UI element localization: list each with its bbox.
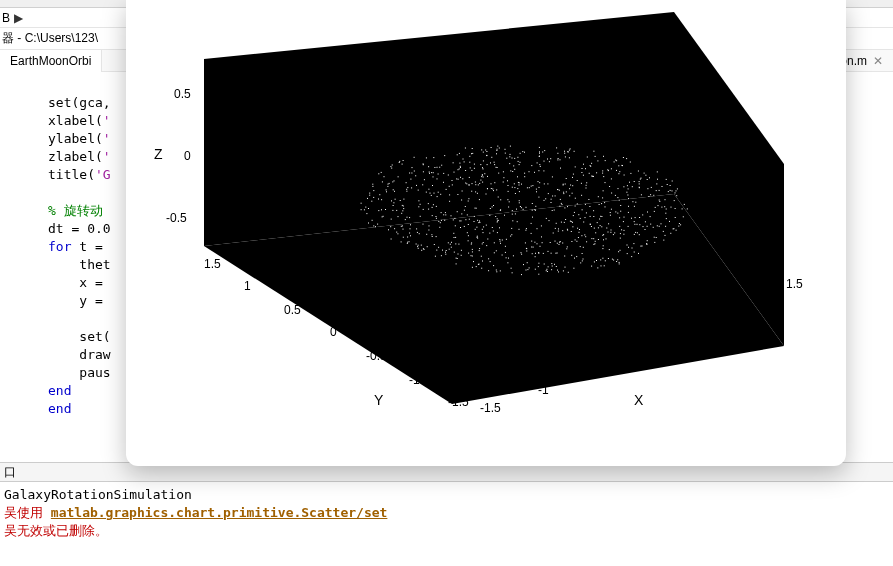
svg-rect-854 [383, 216, 384, 217]
svg-rect-868 [569, 157, 570, 158]
svg-rect-475 [428, 209, 429, 210]
svg-rect-435 [567, 230, 568, 231]
error-link[interactable]: matlab.graphics.chart.primitive.Scatter/… [51, 505, 388, 520]
svg-rect-318 [474, 164, 475, 165]
svg-rect-595 [494, 162, 495, 163]
command-window[interactable]: GalaxyRotationSimulation 吴使用 matlab.grap… [0, 482, 893, 556]
close-icon[interactable]: ✕ [873, 54, 883, 68]
svg-rect-355 [457, 258, 458, 259]
svg-rect-147 [557, 270, 558, 271]
svg-rect-414 [650, 194, 651, 195]
svg-rect-183 [477, 193, 478, 194]
tab-earthmoon[interactable]: EarthMoonOrbi [0, 50, 102, 72]
svg-rect-631 [494, 242, 495, 243]
svg-rect-215 [464, 210, 465, 211]
svg-rect-216 [539, 182, 540, 183]
svg-rect-763 [519, 164, 520, 165]
svg-rect-902 [670, 185, 671, 186]
axes3d[interactable]: 0.5 0 -0.5 Z 1.5 1 0.5 0 -0.5 -1 -1.5 Y … [144, 4, 834, 444]
svg-rect-427 [621, 229, 622, 230]
svg-rect-202 [574, 151, 575, 152]
svg-rect-240 [369, 195, 370, 196]
breadcrumb-item[interactable]: B [2, 11, 10, 25]
svg-rect-722 [519, 185, 520, 186]
svg-rect-312 [410, 228, 411, 229]
svg-rect-873 [508, 258, 509, 259]
svg-rect-744 [441, 220, 442, 221]
svg-rect-351 [618, 173, 619, 174]
svg-rect-409 [608, 232, 609, 233]
svg-rect-746 [474, 221, 475, 222]
svg-rect-826 [687, 208, 688, 209]
svg-rect-31 [628, 212, 629, 213]
svg-rect-709 [464, 226, 465, 227]
svg-rect-472 [570, 148, 571, 149]
svg-rect-715 [529, 267, 530, 268]
svg-rect-521 [644, 173, 645, 174]
svg-rect-220 [494, 164, 495, 165]
svg-rect-257 [533, 247, 534, 248]
svg-rect-451 [465, 183, 466, 184]
svg-rect-862 [454, 252, 455, 253]
svg-rect-190 [471, 255, 472, 256]
svg-rect-33 [505, 149, 506, 150]
svg-rect-307 [449, 249, 450, 250]
svg-rect-615 [647, 226, 648, 227]
svg-rect-844 [605, 182, 606, 183]
svg-rect-374 [508, 191, 509, 192]
svg-rect-256 [569, 195, 570, 196]
svg-rect-588 [520, 206, 521, 207]
svg-rect-124 [372, 220, 373, 221]
svg-rect-22 [461, 255, 462, 256]
svg-rect-662 [483, 226, 484, 227]
svg-rect-585 [580, 262, 581, 263]
svg-rect-125 [654, 237, 655, 238]
svg-rect-163 [514, 158, 515, 159]
svg-rect-63 [475, 182, 476, 183]
svg-rect-127 [521, 274, 522, 275]
svg-rect-761 [423, 163, 424, 164]
svg-rect-426 [426, 192, 427, 193]
svg-rect-131 [403, 237, 404, 238]
svg-rect-353 [502, 240, 503, 241]
svg-rect-19 [532, 253, 533, 254]
svg-rect-421 [481, 256, 482, 257]
svg-rect-690 [361, 203, 362, 204]
svg-rect-458 [483, 168, 484, 169]
svg-rect-861 [616, 160, 617, 161]
svg-rect-853 [587, 157, 588, 158]
svg-rect-259 [639, 234, 640, 235]
svg-rect-272 [392, 210, 393, 211]
figure-window[interactable]: 0.5 0 -0.5 Z 1.5 1 0.5 0 -0.5 -1 -1.5 Y … [126, 0, 846, 466]
svg-rect-461 [514, 187, 515, 188]
svg-rect-268 [461, 200, 462, 201]
svg-rect-75 [439, 167, 440, 168]
svg-rect-88 [516, 209, 517, 210]
svg-rect-267 [426, 157, 427, 158]
svg-rect-530 [527, 262, 528, 263]
svg-rect-400 [381, 199, 382, 200]
svg-rect-209 [611, 230, 612, 231]
svg-rect-613 [555, 228, 556, 229]
svg-rect-482 [522, 151, 523, 152]
svg-rect-752 [609, 249, 610, 250]
chevron-right-icon: ▶ [14, 11, 23, 25]
svg-rect-624 [455, 243, 456, 244]
svg-rect-894 [496, 150, 497, 151]
svg-rect-621 [487, 176, 488, 177]
svg-rect-37 [612, 259, 613, 260]
svg-rect-616 [582, 209, 583, 210]
svg-rect-491 [492, 206, 493, 207]
svg-rect-463 [488, 270, 489, 271]
svg-rect-592 [599, 204, 600, 205]
svg-rect-537 [492, 227, 493, 228]
svg-rect-558 [505, 246, 506, 247]
svg-rect-10 [407, 237, 408, 238]
svg-rect-301 [599, 219, 600, 220]
svg-rect-623 [538, 197, 539, 198]
svg-rect-821 [468, 240, 469, 241]
svg-rect-792 [519, 229, 520, 230]
svg-rect-782 [414, 157, 415, 158]
svg-rect-485 [585, 217, 586, 218]
svg-rect-149 [665, 199, 666, 200]
